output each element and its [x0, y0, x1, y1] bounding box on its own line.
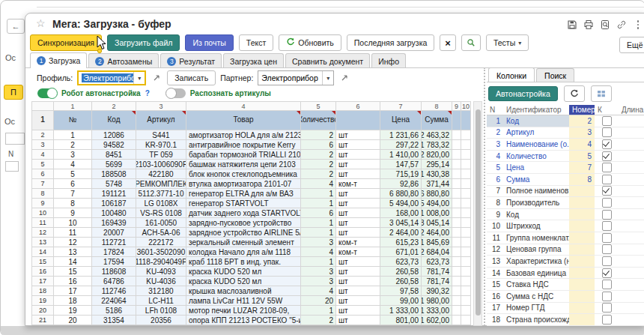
- column-identifier-cell[interactable]: Наименование (о...: [503, 139, 569, 150]
- grid-cell[interactable]: 5748: [92, 179, 136, 189]
- grid-cell[interactable]: 20: [54, 316, 92, 325]
- grid-cell[interactable]: LG 0108X: [136, 199, 186, 208]
- grid-cell[interactable]: 188508: [92, 169, 136, 179]
- grid-cell[interactable]: шт: [336, 306, 380, 316]
- column-number-cell[interactable]: 10: [461, 101, 471, 111]
- grid-cell[interactable]: 1 430,38: [422, 169, 452, 179]
- grid-cell[interactable]: 12: [54, 238, 92, 247]
- row-number-cell[interactable]: 16: [31, 267, 54, 277]
- columns-row[interactable]: 15Ставка НДС: [487, 279, 644, 291]
- column-check-cell[interactable]: [595, 268, 619, 279]
- column-number-value-cell[interactable]: [569, 244, 595, 256]
- row-number-cell[interactable]: 12: [31, 228, 54, 238]
- grid-cell[interactable]: 20007: [92, 228, 136, 238]
- grid-cell[interactable]: 7: [54, 189, 92, 199]
- close-button[interactable]: ×: [440, 34, 456, 51]
- grid-cell[interactable]: [461, 316, 471, 325]
- column-number-cell[interactable]: 3: [136, 101, 186, 111]
- grid-cell[interactable]: [452, 199, 461, 208]
- grid-cell[interactable]: лампа LivCar H11 12V 55W: [186, 296, 301, 306]
- grid-cell[interactable]: 15: [54, 267, 92, 277]
- grid-cell[interactable]: шт: [336, 277, 380, 286]
- checkbox[interactable]: [602, 151, 612, 161]
- grid-cell[interactable]: 6: [54, 179, 92, 189]
- grid-cell[interactable]: 1 410,00: [380, 150, 422, 160]
- row-number-cell[interactable]: 9: [31, 199, 54, 208]
- column-length-cell[interactable]: [619, 139, 644, 150]
- grid-cell[interactable]: 2 820,00: [422, 150, 452, 160]
- row-number-cell[interactable]: 21: [31, 316, 54, 325]
- chevron-down-icon[interactable]: ▾: [133, 72, 145, 84]
- row-number-cell[interactable]: 14: [31, 247, 54, 257]
- table-grid-icon[interactable]: [591, 85, 612, 102]
- grid-cell[interactable]: шт: [336, 140, 380, 150]
- row-number-cell[interactable]: 18: [31, 286, 54, 296]
- grid-cell[interactable]: крышка маслозаливной: [186, 286, 301, 296]
- column-length-cell[interactable]: [619, 291, 644, 302]
- grid-cell[interactable]: VS-RS 0108: [136, 208, 186, 218]
- grid-cell[interactable]: [452, 247, 461, 257]
- checkbox[interactable]: [602, 163, 612, 172]
- grid-cell[interactable]: [452, 306, 461, 316]
- checkbox[interactable]: [602, 139, 612, 149]
- grid-cell[interactable]: 99,00: [380, 296, 422, 306]
- grid-header-cell[interactable]: Цена: [380, 111, 422, 130]
- grid-header-cell[interactable]: [336, 111, 380, 130]
- grid-cell[interactable]: 12086: [92, 130, 136, 140]
- grid-cell[interactable]: АСН-5А-06: [136, 228, 186, 238]
- column-length-cell[interactable]: [619, 115, 644, 127]
- column-identifier-cell[interactable]: Характеристика (н...: [503, 256, 569, 267]
- grid-cell[interactable]: 2: [301, 169, 336, 179]
- grid-cell[interactable]: 1: [301, 306, 336, 316]
- column-length-cell[interactable]: [619, 268, 644, 279]
- grid-cell[interactable]: [461, 286, 471, 296]
- column-check-cell[interactable]: [595, 314, 619, 325]
- grid-cell[interactable]: башмак натяжителя цепи 2103: [186, 160, 301, 169]
- grid-cell[interactable]: 3: [301, 277, 336, 286]
- column-identifier-cell[interactable]: Код: [503, 115, 569, 127]
- text-button[interactable]: Текст: [239, 34, 273, 51]
- back-button[interactable]: ←: [7, 19, 25, 34]
- recognize-articles-toggle[interactable]: [166, 88, 186, 98]
- grid-cell[interactable]: 3: [301, 267, 336, 277]
- checkbox[interactable]: [602, 127, 612, 137]
- grid-cell[interactable]: 20: [301, 296, 336, 306]
- column-check-cell[interactable]: [595, 127, 619, 139]
- grid-cell[interactable]: зарядно-пусковое устройство: [186, 218, 301, 228]
- column-check-cell[interactable]: [595, 115, 619, 127]
- column-check-cell[interactable]: [595, 232, 619, 244]
- grid-cell[interactable]: [461, 218, 471, 228]
- column-number-value-cell[interactable]: [569, 220, 595, 232]
- row-number-cell[interactable]: 8: [31, 189, 54, 199]
- grid-cell[interactable]: [452, 238, 461, 247]
- grid-header-cell[interactable]: №: [54, 111, 92, 130]
- chevron-down-icon[interactable]: ▾: [322, 71, 333, 85]
- profile-combo[interactable]: Электроприбор ▾: [77, 70, 146, 85]
- grid-cell[interactable]: 2 464,00: [422, 228, 452, 238]
- column-check-cell[interactable]: [595, 244, 619, 256]
- grid-cell[interactable]: 191121: [92, 189, 136, 199]
- save-icon[interactable]: [567, 19, 577, 30]
- row-number-cell[interactable]: 10: [31, 208, 54, 218]
- grid-cell[interactable]: 2: [301, 150, 336, 160]
- grid-cell[interactable]: 17: [54, 286, 92, 296]
- grid-cell[interactable]: 6 880,80: [422, 189, 452, 199]
- grid-cell[interactable]: 2 463,32: [422, 130, 452, 140]
- columns-header-cell[interactable]: Идентификатор: [503, 105, 569, 115]
- grid-header-cell[interactable]: Код: [92, 111, 136, 130]
- column-number-cell[interactable]: 4: [186, 101, 301, 111]
- grid-cell[interactable]: 2: [54, 140, 92, 150]
- open-link-icon[interactable]: [151, 71, 162, 85]
- grid-cell[interactable]: 781,74: [422, 267, 452, 277]
- grid-cell[interactable]: [461, 169, 471, 179]
- column-length-cell[interactable]: [619, 256, 644, 267]
- grid-cell[interactable]: 422180: [136, 169, 186, 179]
- columns-row[interactable]: 9Код: [487, 209, 644, 221]
- column-number-value-cell[interactable]: [569, 314, 595, 325]
- grid-cell[interactable]: генератор ELTRA для а/м ВАЗ: [186, 189, 301, 199]
- grid-cell[interactable]: 11: [54, 228, 92, 238]
- grid-cell[interactable]: [452, 189, 461, 199]
- grid-cell[interactable]: шт: [336, 189, 380, 199]
- grid-cell[interactable]: шт: [336, 228, 380, 238]
- open-link-icon[interactable]: [338, 71, 350, 85]
